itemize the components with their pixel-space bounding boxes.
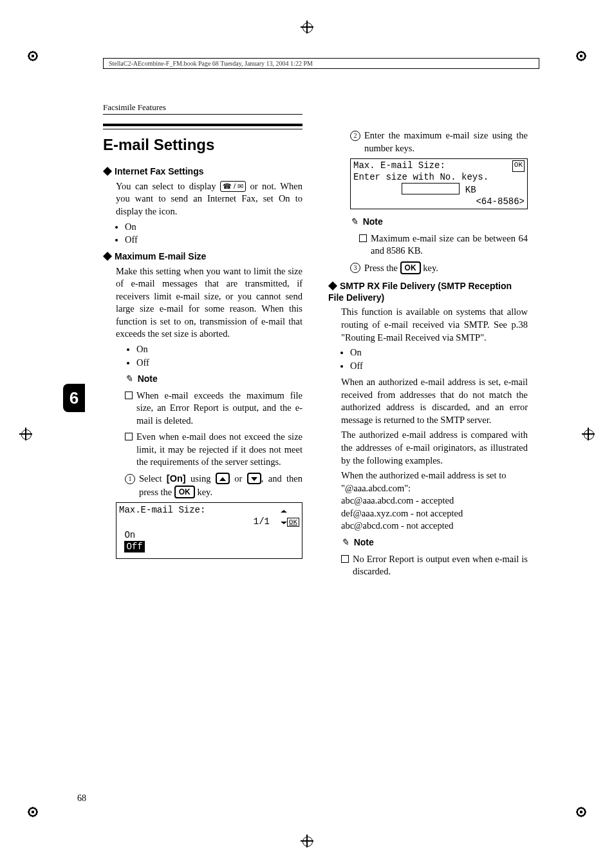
mes-options: On Off [136, 343, 302, 369]
mes-note-2: Even when e-mail does not exceed the siz… [125, 431, 302, 469]
right-column: 2 Enter the maximum e-mail size using th… [328, 127, 528, 582]
crop-mark-bc [301, 835, 313, 847]
smtp-body1: This function is available on systems th… [341, 306, 528, 344]
mes-off: Off [136, 357, 302, 370]
mes-on: On [136, 343, 302, 356]
smtp-options: On Off [350, 346, 528, 372]
mes-note-header: ✎ Note [125, 373, 302, 386]
crop-mark-rc [582, 428, 595, 440]
down-arrow-key [247, 473, 261, 484]
mes-heading-text: Maximum E-mail Size [115, 251, 206, 261]
lcd1-on: On [124, 530, 135, 540]
mes-heading: Maximum E-mail Size [103, 250, 302, 263]
mes-note3: Maximum e-mail size can be between 64 an… [359, 232, 528, 258]
smtp-ex1: abc@aaa.abcd.com - accepted [341, 495, 454, 505]
circled-2-icon: 2 [350, 131, 360, 141]
mes-step-2: 2 Enter the maximum e-mail size using th… [350, 129, 528, 155]
ifs-body-1: You can select to display [116, 181, 220, 191]
crop-mark-tr [575, 50, 587, 62]
square-icon [125, 433, 133, 440]
circled-1-icon: 1 [125, 474, 135, 484]
smtp-heading-text: SMTP RX File Delivery (SMTP Reception Fi… [328, 281, 512, 303]
smtp-body2: When an authorized e-mail address is set… [341, 376, 528, 426]
mes-body: Make this setting when you want to limit… [116, 265, 302, 341]
chapter-tab: 6 [63, 384, 85, 412]
smtp-ex3: abc@abcd.com - not accepted [341, 520, 453, 531]
crop-mark-bl [27, 806, 39, 818]
lcd2-prompt: Enter size with No. keys. [353, 172, 525, 184]
mes-note-1-text: When e-mail exceeds the maximum file siz… [136, 390, 302, 428]
square-icon [341, 555, 349, 563]
smtp-note: No Error Report is output even when e-ma… [341, 553, 528, 578]
page-title: E-mail Settings [103, 136, 302, 154]
mes-step1-text: Select [On] using or , and then press th… [139, 473, 302, 498]
smtp-heading: SMTP RX File Delivery (SMTP Reception Fi… [328, 281, 528, 303]
lcd2-unit: KB [465, 185, 476, 195]
crop-mark-tc [301, 21, 313, 33]
diamond-icon [103, 167, 112, 176]
left-column: Internet Fax Settings You can select to … [103, 163, 302, 582]
smtp-note1-text: No Error Report is output even when e-ma… [353, 553, 528, 578]
up-arrow-key [216, 473, 230, 484]
lcd-display-2: Max. E-mail Size: OK Enter size with No.… [350, 158, 528, 209]
note-label: Note [363, 216, 383, 228]
pencil-icon: ✎ [341, 537, 349, 547]
smtp-note-header: ✎ Note [341, 536, 528, 549]
ifs-body: You can select to display ☎ / ✉ or not. … [116, 180, 302, 218]
ok-key: OK [174, 486, 195, 498]
pencil-icon: ✎ [350, 216, 358, 227]
note-label: Note [354, 536, 374, 549]
ifs-heading: Internet Fax Settings [103, 165, 302, 178]
crop-mark-lc [19, 428, 32, 440]
circled-3-icon: 3 [350, 263, 360, 273]
lcd2-ok: OK [512, 160, 525, 172]
diamond-icon [103, 252, 112, 261]
lcd1-off: Off [124, 541, 144, 552]
page-number: 68 [77, 793, 86, 804]
ifs-off: Off [125, 234, 302, 247]
square-icon [125, 392, 133, 399]
mes-note-1: When e-mail exceeds the maximum file siz… [125, 390, 302, 428]
ifs-on: On [125, 221, 302, 234]
smtp-ex2: def@aaa.xyz.com - not accepted [341, 508, 463, 518]
lcd1-title: Max.E-mail Size: [119, 504, 205, 527]
lcd1-right: 1/1 OK [254, 504, 299, 527]
smtp-body3: The authorized e-mail address is compare… [341, 429, 528, 467]
ifs-heading-text: Internet Fax Settings [115, 166, 203, 176]
note-label: Note [138, 373, 158, 385]
pdf-header-line: StellaC2-AEcombine-F_FM.book Page 68 Tue… [103, 58, 539, 69]
lcd2-title: Max. E-mail Size: [353, 160, 445, 172]
fax-mail-icon: ☎ / ✉ [220, 181, 246, 192]
mes-step3-text: Press the OK key. [364, 261, 438, 275]
smtp-off: Off [350, 360, 528, 373]
smtp-examples: When the authorized e-mail address is se… [341, 469, 528, 533]
ok-key: OK [400, 261, 421, 274]
mes-step-1: 1 Select [On] using or , and then press … [125, 473, 302, 498]
crop-mark-tl [27, 50, 39, 62]
lcd-display-1: Max.E-mail Size: 1/1 OK On Off [116, 502, 302, 559]
pencil-icon: ✎ [125, 373, 133, 384]
lcd2-input [402, 183, 460, 194]
diamond-icon [328, 281, 337, 290]
mes-step-3: 3 Press the OK key. [350, 261, 528, 275]
mes-notes: When e-mail exceeds the maximum file siz… [125, 390, 302, 469]
mes-note3-header: ✎ Note [350, 216, 528, 229]
smtp-body4: When the authorized e-mail address is se… [341, 470, 506, 493]
mes-note3-text: Maximum e-mail size can be between 64 an… [371, 232, 528, 258]
section-label: Facsimile Features [103, 102, 302, 115]
crop-mark-br [575, 806, 587, 818]
mes-step2-text: Enter the maximum e-mail size using the … [364, 129, 528, 155]
ifs-options: On Off [125, 221, 302, 247]
smtp-on: On [350, 346, 528, 359]
title-block: E-mail Settings [103, 124, 302, 154]
square-icon [359, 234, 367, 242]
mes-note-2-text: Even when e-mail does not exceed the siz… [136, 431, 302, 469]
lcd2-range: <64-8586> [353, 196, 525, 208]
